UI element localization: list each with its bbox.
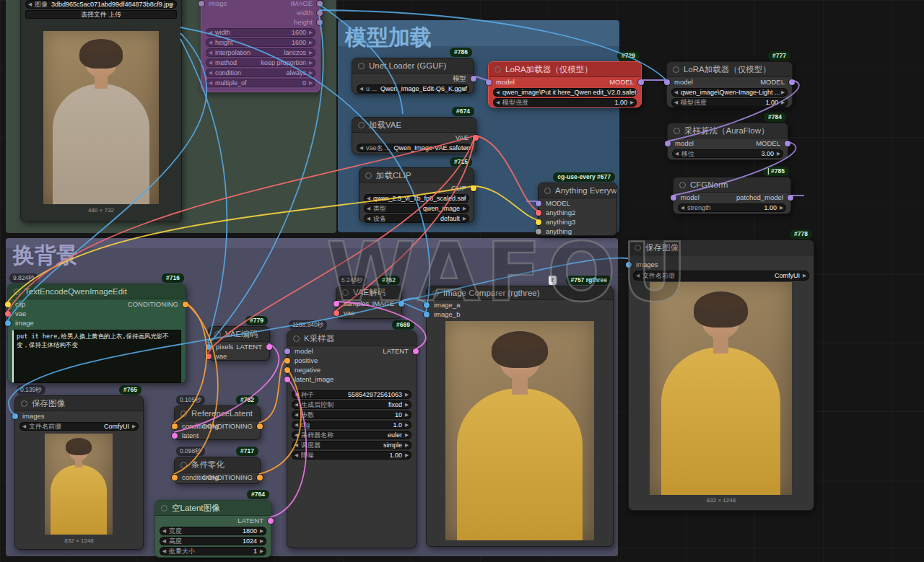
- collapse-dot-icon[interactable]: [635, 245, 641, 251]
- width-widget[interactable]: width1600: [206, 28, 315, 37]
- node-header[interactable]: 保存图像: [15, 396, 143, 411]
- node-header[interactable]: 采样算法（AuraFlow）: [668, 123, 788, 139]
- output-port-conditioning[interactable]: [257, 475, 263, 480]
- node-save-image-765[interactable]: 0.139秒#765 保存图像 images 文件名前缀ComfyUI 832 …: [14, 395, 144, 550]
- output-port-image[interactable]: [317, 1, 323, 6]
- node-image-comparer[interactable]: r#757 rgthree Image Comparer (rgthree) i…: [426, 286, 614, 547]
- upload-file-button[interactable]: 选择文件 上传: [25, 10, 177, 19]
- collapse-dot-icon[interactable]: [180, 462, 187, 468]
- output-port-conditioning[interactable]: [183, 302, 188, 307]
- collapse-dot-icon[interactable]: [365, 172, 372, 179]
- collapse-dot-icon[interactable]: [432, 290, 439, 297]
- model-strength-widget[interactable]: 模型强度1.00: [493, 98, 637, 107]
- input-port-negative[interactable]: [284, 367, 290, 373]
- collapse-dot-icon[interactable]: [544, 188, 551, 194]
- node-header[interactable]: CFGNorm: [674, 177, 790, 193]
- node-cfgnorm[interactable]: | #785 CFGNorm model patched_model stren…: [673, 177, 791, 214]
- scheduler-widget[interactable]: 调度器simple: [292, 441, 411, 449]
- output-port-vae[interactable]: [473, 135, 479, 141]
- node-reference-latent[interactable]: 0.105秒#782 ReferenceLatent conditioning …: [174, 405, 261, 440]
- batch-size-widget[interactable]: 批量大小1: [160, 547, 266, 556]
- node-load-image[interactable]: 图像 3dbd965c5ac071abd99df484873b8cf9.jpg …: [20, 0, 182, 222]
- lora-name-widget[interactable]: qwen_image\Qwen-Image-Light ...: [671, 88, 788, 97]
- seed-widget[interactable]: 种子558542972561063: [292, 390, 411, 399]
- node-header[interactable]: 保存图像: [629, 240, 814, 255]
- strength-widget[interactable]: strength1.00: [678, 203, 786, 212]
- output-port-height[interactable]: [317, 19, 323, 25]
- input-port-anything2[interactable]: [536, 210, 541, 216]
- node-header[interactable]: ReferenceLatent: [175, 406, 260, 421]
- node-header[interactable]: 加载VAE: [352, 118, 476, 133]
- input-port-conditioning[interactable]: [172, 423, 178, 429]
- collapse-dot-icon[interactable]: [342, 289, 349, 296]
- filename-prefix-widget[interactable]: 文件名前缀ComfyUI: [633, 271, 809, 281]
- control-after-generate-widget[interactable]: 生成后控制fixed: [292, 400, 411, 409]
- node-load-vae[interactable]: #674 加载VAE VAE vae名 ...Qwen_Image-VAE.sa…: [352, 117, 476, 154]
- node-graph-canvas[interactable]: 模型加载 换背景 图像 3dbd965c5ac071abd99df484873b…: [0, 0, 924, 562]
- input-port-model[interactable]: [486, 79, 492, 85]
- node-conditioning-zero-out[interactable]: 0.098秒#717 条件零化 conditioning CONDITIONIN…: [174, 457, 261, 484]
- input-port-clip[interactable]: [5, 302, 11, 307]
- node-header[interactable]: 条件零化: [175, 457, 260, 473]
- node-header[interactable]: K采样器: [287, 331, 416, 346]
- collapse-dot-icon[interactable]: [358, 63, 365, 69]
- node-header[interactable]: Unet Loader (GGUF): [352, 58, 474, 74]
- collapse-dot-icon[interactable]: [293, 335, 300, 342]
- model-strength-widget[interactable]: 模型强度1.00: [671, 98, 788, 107]
- input-port-pixels[interactable]: [206, 344, 212, 350]
- input-port-vae[interactable]: [206, 354, 212, 359]
- image-filename-widget[interactable]: 图像 3dbd965c5ac071abd99df484873b8cf9.jpg: [25, 0, 177, 9]
- height-widget[interactable]: height1600: [206, 38, 315, 47]
- input-port-latent-image[interactable]: [284, 377, 290, 382]
- collapse-dot-icon[interactable]: [21, 400, 27, 407]
- node-text-encode-qwen-image-edit[interactable]: 9.824秒#716 TextEncodeQwenImageEdit clip …: [7, 284, 186, 383]
- output-port-latent[interactable]: [413, 348, 419, 354]
- collapse-dot-icon[interactable]: [679, 182, 686, 188]
- latent-width-widget[interactable]: 宽度1800: [160, 527, 266, 535]
- input-port-image[interactable]: [199, 1, 204, 6]
- output-port-latent[interactable]: [266, 344, 272, 350]
- collapse-dot-icon[interactable]: [674, 128, 680, 134]
- node-vae-decode[interactable]: 5.243秒#762 VAE解码 samples IMAGE vae: [336, 286, 402, 319]
- input-port-image-a[interactable]: [424, 302, 430, 308]
- filename-prefix-widget[interactable]: 文件名前缀ComfyUI: [19, 422, 139, 431]
- collapse-dot-icon[interactable]: [673, 66, 679, 73]
- condition-widget[interactable]: conditionalways: [206, 69, 315, 77]
- node-vae-encode[interactable]: #779 VAE编码 pixels LATENT vae: [208, 326, 270, 361]
- node-header[interactable]: VAE解码: [336, 286, 401, 299]
- vae-name-widget[interactable]: vae名 ...Qwen_Image-VAE.safetensors: [357, 144, 471, 152]
- input-port-vae[interactable]: [5, 311, 11, 317]
- clip-type-widget[interactable]: 类型qwen_image: [364, 204, 469, 213]
- device-widget[interactable]: 设备default: [364, 214, 469, 223]
- collapse-dot-icon[interactable]: [161, 505, 167, 511]
- comparer-image[interactable]: [445, 321, 594, 540]
- node-header[interactable]: VAE编码: [209, 327, 269, 342]
- node-image-resize[interactable]: image IMAGE width height width1600 heigh…: [201, 0, 321, 92]
- output-port-width[interactable]: [317, 10, 323, 16]
- latent-height-widget[interactable]: 高度1024: [160, 537, 266, 545]
- input-port-image-b[interactable]: [424, 312, 430, 317]
- input-port-latent[interactable]: [172, 433, 178, 439]
- output-port-conditioning[interactable]: [257, 423, 263, 429]
- cfg-widget[interactable]: cfg1.0: [292, 421, 411, 429]
- clip-name-widget[interactable]: qwen_2.5_vl_7b_fp8_scaled.saf ...: [364, 194, 469, 203]
- node-empty-latent-image[interactable]: #764 空Latent图像 LATENT 宽度1800 高度1024 批量大小…: [154, 500, 271, 558]
- unet-name-widget[interactable]: u ...Qwen_Image_Edit-Q6_K.gguf: [357, 84, 469, 93]
- node-header[interactable]: Anything Everyw...: [539, 183, 616, 198]
- sampler-name-widget[interactable]: 采样器名称euler: [292, 431, 411, 439]
- input-port-samples[interactable]: [334, 301, 339, 307]
- prompt-textarea[interactable]: put it here,给男人换上黄色的上衣,保持画风光影不变，保持主体结构不变: [12, 330, 181, 383]
- collapse-dot-icon[interactable]: [214, 331, 221, 338]
- input-port-model[interactable]: [665, 141, 671, 146]
- node-save-image-778[interactable]: #778 保存图像 images 文件名前缀ComfyUI 832 × 1248: [628, 240, 814, 511]
- node-header[interactable]: 空Latent图像: [155, 501, 271, 516]
- node-unet-loader[interactable]: #786 Unet Loader (GGUF) 模型 u ...Qwen_Ima…: [352, 58, 474, 94]
- shift-widget[interactable]: 移位3.00: [672, 149, 783, 158]
- lora-name-widget[interactable]: qwen_image\Put it here_Qwen edit_V2.0.sa…: [493, 88, 637, 97]
- node-header[interactable]: LoRA加载器（仅模型）: [489, 62, 641, 77]
- output-port-latent[interactable]: [268, 518, 274, 524]
- denoise-widget[interactable]: 降噪1.00: [292, 451, 411, 460]
- input-port-anything3[interactable]: [536, 219, 541, 225]
- output-port-patched-model[interactable]: [788, 195, 793, 201]
- method-widget[interactable]: methodkeep proportion: [206, 58, 315, 67]
